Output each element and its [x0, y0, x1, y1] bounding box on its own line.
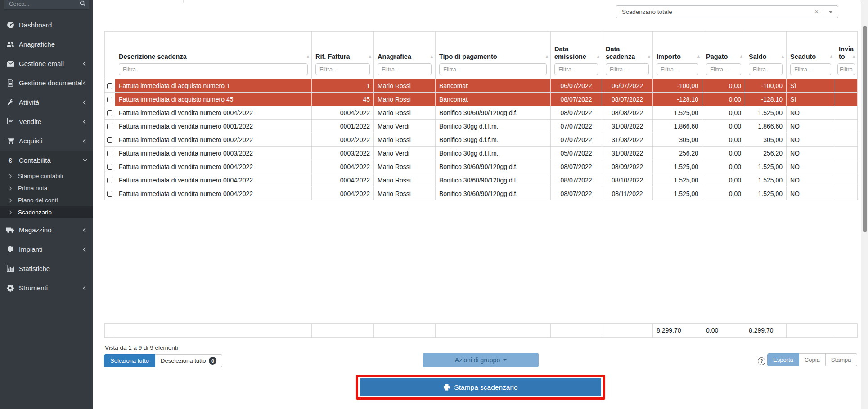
filter-input-pagato[interactable]: [706, 63, 741, 75]
column-header-descrizione[interactable]: Descrizione scadenza▲: [115, 32, 312, 79]
cell-tipo: Bonifico 30/60/90/120gg d.f.: [436, 160, 551, 173]
column-header-tipo[interactable]: Tipo di pagamento▲: [436, 32, 551, 79]
sidebar-subitem-scadenzario[interactable]: Scadenzario: [0, 206, 93, 218]
cell-tipo: Bonifico 30/60/90/120gg d.f.: [436, 106, 551, 120]
sidebar-item-impianti[interactable]: Impianti: [0, 240, 93, 259]
table-row[interactable]: Fattura immediata di vendita numero 0004…: [105, 106, 858, 120]
column-header-inviato[interactable]: Inviato▲: [835, 32, 858, 79]
deselect-all-button[interactable]: Deseleziona tutto 0: [155, 354, 222, 367]
cell-importo: 1.525,00: [653, 106, 702, 120]
cell-importo: 256,20: [653, 147, 702, 160]
sidebar-subitem-piano-dei-conti[interactable]: Piano dei conti: [0, 194, 93, 206]
filter-input-data_emissione[interactable]: [554, 63, 598, 75]
sidebar-item-acquisti[interactable]: Acquisti: [0, 131, 93, 151]
filter-input-saldo[interactable]: [749, 63, 783, 75]
sidebar-item-statistiche[interactable]: Statistiche: [0, 259, 93, 278]
sidebar-subitem-label: Piano dei conti: [18, 197, 58, 204]
cell-anagrafica: Mario Rossi: [374, 160, 436, 173]
group-actions-button[interactable]: Azioni di gruppo: [423, 353, 539, 367]
sidebar-item-attivita[interactable]: Attività: [0, 93, 93, 112]
table-row[interactable]: Fattura immediata di vendita numero 0003…: [105, 147, 858, 160]
help-icon[interactable]: ?: [758, 357, 765, 365]
cell-inviato: [835, 187, 858, 200]
column-header-data_emissione[interactable]: Data emissione▲: [551, 32, 602, 79]
table-row[interactable]: Fattura immediata di vendita numero 0004…: [105, 173, 858, 187]
table-row[interactable]: Fattura immediata di vendita numero 0001…: [105, 120, 858, 133]
filter-input-data_scadenza[interactable]: [606, 63, 649, 75]
cell-data_scadenza: 06/07/2022: [602, 79, 653, 93]
filter-input-tipo[interactable]: [439, 63, 547, 75]
table-row[interactable]: Fattura immediata di vendita numero 0004…: [105, 187, 858, 200]
cell-pagato: 0,00: [702, 133, 745, 147]
row-checkbox[interactable]: [107, 83, 112, 89]
column-header-data_scadenza[interactable]: Data scadenza▲: [602, 32, 653, 79]
column-header-importo[interactable]: Importo▲: [653, 32, 702, 79]
filter-input-scaduto[interactable]: [790, 63, 831, 75]
row-checkbox[interactable]: [107, 178, 112, 183]
sidebar-item-vendite[interactable]: Vendite: [0, 112, 93, 131]
filter-input-rif[interactable]: [315, 63, 370, 75]
copy-button[interactable]: Copia: [799, 353, 826, 366]
row-checkbox[interactable]: [107, 191, 112, 197]
select-all-button[interactable]: Seleziona tutto: [104, 354, 155, 367]
row-checkbox[interactable]: [107, 124, 112, 129]
sidebar-item-dashboard[interactable]: Dashboard: [0, 15, 93, 35]
cell-inviato: [835, 160, 858, 173]
sidebar-item-label: Gestione email: [19, 60, 64, 67]
sidebar-item-anagrafiche[interactable]: Anagrafiche: [0, 35, 93, 54]
search-input[interactable]: [4, 0, 89, 10]
column-label: Rif. Fattura: [312, 53, 373, 62]
filter-input-inviato[interactable]: [837, 63, 855, 75]
cell-inviato: [835, 79, 858, 93]
cell-scaduto: NO: [787, 173, 835, 187]
filter-input-descrizione[interactable]: [119, 63, 308, 75]
cell-descrizione: Fattura immediata di vendita numero 0004…: [115, 106, 312, 120]
cell-anagrafica: Mario Rossi: [374, 173, 436, 187]
column-header-scaduto[interactable]: Scaduto▲: [787, 32, 835, 79]
export-button[interactable]: Esporta: [767, 353, 799, 366]
sidebar-item-contabilita[interactable]: €Contabilità: [0, 151, 93, 170]
cell-importo: -100,00: [653, 79, 702, 93]
table-row[interactable]: Fattura immediata di vendita numero 0002…: [105, 133, 858, 147]
scrollbar-thumb[interactable]: [863, 26, 867, 232]
column-header-saldo[interactable]: Saldo▲: [745, 32, 787, 79]
sidebar-subitem-prima-nota[interactable]: Prima nota: [0, 182, 93, 194]
sidebar-item-magazzino[interactable]: Magazzino: [0, 220, 93, 240]
column-label: Data scadenza: [602, 45, 652, 62]
print-schedule-button[interactable]: Stampa scadenzario: [360, 378, 601, 396]
cell-tipo: Bonifico 30/60/90/120gg d.f.: [436, 187, 551, 200]
row-checkbox[interactable]: [107, 164, 112, 170]
column-label: Pagato: [702, 53, 745, 62]
vertical-scrollbar[interactable]: [861, 0, 868, 409]
table-row[interactable]: Fattura immediata di vendita numero 0004…: [105, 160, 858, 173]
row-checkbox[interactable]: [107, 110, 112, 116]
table-row[interactable]: Fattura immediata di acquisto numero 454…: [105, 93, 858, 106]
filter-input-importo[interactable]: [657, 63, 698, 75]
row-checkbox[interactable]: [107, 137, 112, 143]
row-checkbox[interactable]: [107, 97, 112, 102]
schedule-scope-select[interactable]: Scadenzario totale ×: [616, 5, 838, 18]
cell-tipo: Bancomat: [436, 93, 551, 106]
total-tipo: [436, 324, 551, 338]
sidebar-item-gestione-documentale[interactable]: Gestione documentale: [0, 73, 93, 93]
cell-data_emissione: 07/07/2022: [551, 133, 602, 147]
cell-scaduto: NO: [787, 147, 835, 160]
column-header-rif[interactable]: Rif. Fattura▲: [312, 32, 374, 79]
sort-arrow-icon: ▲: [697, 54, 701, 58]
filter-input-anagrafica[interactable]: [378, 63, 432, 75]
print-button[interactable]: Stampa: [826, 353, 857, 366]
chevron-down-icon[interactable]: [829, 11, 832, 13]
clear-selection-icon[interactable]: ×: [814, 8, 819, 16]
row-checkbox[interactable]: [107, 151, 112, 156]
chevron-left-icon: [82, 119, 88, 124]
column-header-pagato[interactable]: Pagato▲: [702, 32, 745, 79]
sidebar-item-strumenti[interactable]: Strumenti: [0, 278, 93, 298]
sidebar-subitem-stampe-contabili[interactable]: Stampe contabili: [0, 170, 93, 182]
cell-scaduto: NO: [787, 160, 835, 173]
sidebar-item-gestione-email[interactable]: Gestione email: [0, 54, 93, 73]
column-header-anagrafica[interactable]: Anagrafica▲: [374, 32, 436, 79]
search-icon[interactable]: [80, 0, 85, 8]
table-row[interactable]: Fattura immediata di acquisto numero 11M…: [105, 79, 858, 93]
chevron-right-icon: [9, 174, 12, 178]
cell-pagato: 0,00: [702, 120, 745, 133]
